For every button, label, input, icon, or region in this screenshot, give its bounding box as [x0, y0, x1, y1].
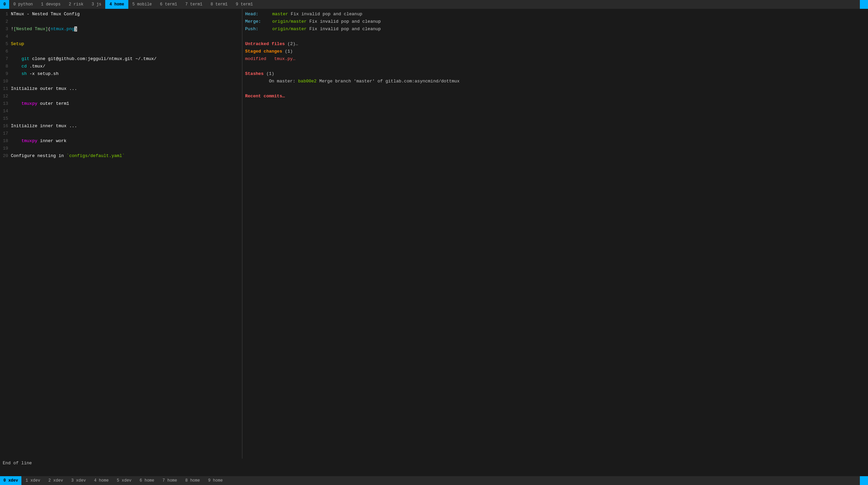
- top-bar-right-status: [860, 0, 868, 9]
- bottom-tab-9-home[interactable]: 9 home: [204, 476, 227, 485]
- bottom-status-bar: 0 xdev 1 xdev 2 xdev 3 xdev 4 home 5 xde…: [0, 476, 868, 485]
- editor-line-12: 12: [0, 92, 242, 100]
- editor-line-8: 8 cd .tmux/: [0, 62, 242, 70]
- editor-line-11: 11 Initialize outer tmux ...: [0, 85, 242, 92]
- magit-head-line: Head: master Fix invalid pop and cleanup: [245, 10, 865, 18]
- editor-line-2: 2: [0, 18, 242, 25]
- top-tab-2-risk[interactable]: 2 risk: [64, 0, 87, 9]
- bottom-bar-tabs: 1 xdev 2 xdev 3 xdev 4 home 5 xdev 6 hom…: [21, 476, 227, 485]
- editor-line-15: 15: [0, 115, 242, 122]
- bottom-status-text: End of line: [3, 461, 32, 466]
- top-tab-8-term1[interactable]: 8 term1: [206, 0, 232, 9]
- editor-line-18: 18 tmuxpy inner work: [0, 137, 242, 144]
- editor-line-13: 13 tmuxpy outer term1: [0, 100, 242, 107]
- bottom-bar-right-status: [860, 476, 868, 485]
- magit-untracked-header[interactable]: Untracked files (2)…: [245, 40, 865, 47]
- top-tab-4-home[interactable]: 4 home: [105, 0, 128, 9]
- top-tab-6-term1[interactable]: 6 term1: [156, 0, 181, 9]
- editor-line-16: 16 Initialize inner tmux ...: [0, 122, 242, 130]
- editor-line-5: 5 Setup: [0, 40, 242, 47]
- magit-stash-detail: On master: bab00e2 Merge branch 'master'…: [245, 77, 865, 85]
- top-tab-9-term1[interactable]: 9 term1: [232, 0, 257, 9]
- top-tab-1-devops[interactable]: 1 devops: [37, 0, 65, 9]
- editor-line-10: 10: [0, 77, 242, 85]
- magit-spacer-2: [245, 62, 865, 70]
- editor-line-4: 4: [0, 33, 242, 40]
- bottom-tab-3-xdev[interactable]: 3 xdev: [67, 476, 90, 485]
- editor-line-14: 14: [0, 107, 242, 115]
- bottom-tab-6-home[interactable]: 6 home: [135, 476, 158, 485]
- top-status-bar: 0 0 python 1 devops 2 risk 3 js 4 home 5…: [0, 0, 868, 9]
- top-bar-tabs: 0 python 1 devops 2 risk 3 js 4 home 5 m…: [9, 0, 257, 9]
- editor-line-19: 19: [0, 144, 242, 152]
- bottom-tab-7-home[interactable]: 7 home: [159, 476, 181, 485]
- magit-spacer-1: [245, 33, 865, 40]
- bottom-echo-area: End of line: [0, 459, 868, 467]
- magit-push-line: Push: origin/master Fix invalid pop and …: [245, 25, 865, 33]
- top-bar-session[interactable]: 0: [0, 0, 9, 9]
- editor-line-20: 20 Configure nesting in `configs/default…: [0, 152, 242, 159]
- editor-line-9: 9 sh -x setup.sh: [0, 70, 242, 77]
- bottom-tab-4-home[interactable]: 4 home: [90, 476, 113, 485]
- top-tab-7-term1[interactable]: 7 term1: [181, 0, 206, 9]
- magit-spacer-3: [245, 85, 865, 92]
- editor-line-17: 17: [0, 130, 242, 137]
- editor-line-7: 7 git clone git@github.com:jegguli/ntmux…: [0, 55, 242, 62]
- top-tab-5-mobile[interactable]: 5 mobile: [128, 0, 156, 9]
- main-content: 1 NTmux - Nested Tmux Config 2 3 ![Neste…: [0, 9, 868, 467]
- bottom-tab-2-xdev[interactable]: 2 xdev: [44, 476, 67, 485]
- top-tab-0-python[interactable]: 0 python: [9, 0, 37, 9]
- magit-pane: Head: master Fix invalid pop and cleanup…: [242, 9, 868, 467]
- magit-staged-header[interactable]: Staged changes (1): [245, 47, 865, 55]
- magit-stashes-header[interactable]: Stashes (1): [245, 70, 865, 77]
- bottom-tab-1-xdev[interactable]: 1 xdev: [21, 476, 44, 485]
- bottom-tab-8-home[interactable]: 8 home: [181, 476, 204, 485]
- editor-pane: 1 NTmux - Nested Tmux Config 2 3 ![Neste…: [0, 9, 242, 467]
- magit-recent-commits-header[interactable]: Recent commits…: [245, 92, 865, 100]
- bottom-tab-5-xdev[interactable]: 5 xdev: [113, 476, 135, 485]
- magit-merge-line: Merge: origin/master Fix invalid pop and…: [245, 18, 865, 25]
- editor-line-1: 1 NTmux - Nested Tmux Config: [0, 10, 242, 18]
- magit-modified-line: modified tmux.py…: [245, 55, 865, 62]
- top-tab-3-js[interactable]: 3 js: [88, 0, 106, 9]
- editor-line-3: 3 ![Nested Tmux](ntmux.png): [0, 25, 242, 33]
- editor-line-6: 6: [0, 47, 242, 55]
- bottom-bar-session[interactable]: 0 xdev: [0, 476, 21, 485]
